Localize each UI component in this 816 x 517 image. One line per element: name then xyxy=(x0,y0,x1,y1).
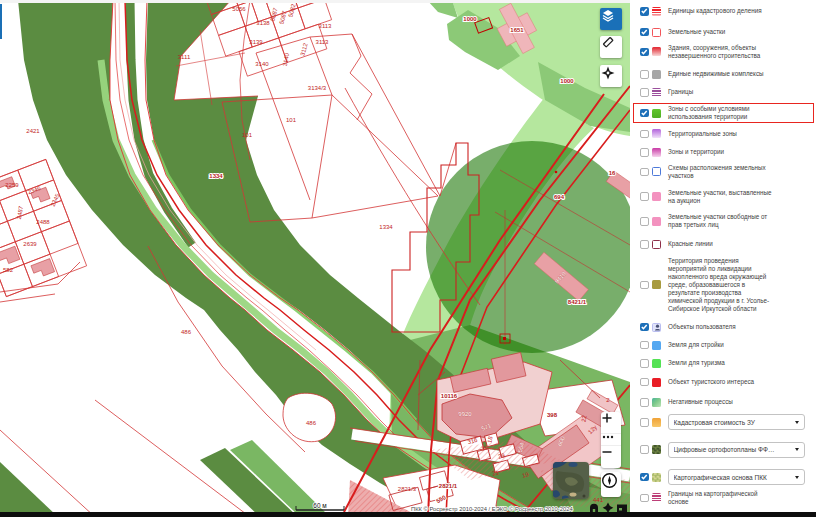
legend-swatch-solid-pink xyxy=(652,217,661,226)
checkbox-unchecked[interactable] xyxy=(640,88,649,97)
layers-icon xyxy=(600,8,616,24)
legend-label: Негативные процессы xyxy=(668,398,814,406)
legend-swatch-grad-orange xyxy=(652,418,661,427)
map-label: 3134/3 xyxy=(308,85,327,91)
checkbox-unchecked[interactable] xyxy=(640,240,649,249)
checkbox-unchecked[interactable] xyxy=(640,192,649,201)
legend-label: Здания, сооружения, объекты незавершенно… xyxy=(668,44,814,60)
checkbox-unchecked[interactable] xyxy=(640,359,649,368)
legend-swatch-border-maroon xyxy=(652,240,661,249)
map-label: 3113 xyxy=(319,23,333,29)
legend-swatch-grad-purple xyxy=(652,129,661,138)
legend-row: Картографическая основа ПКК xyxy=(640,469,805,486)
checkbox-checked[interactable] xyxy=(640,323,649,332)
minus-icon xyxy=(601,446,613,458)
map-label: 1000 xyxy=(560,78,574,84)
legend-swatch-grad-red xyxy=(652,47,661,56)
checkbox-unchecked[interactable] xyxy=(640,445,649,454)
checkbox-unchecked[interactable] xyxy=(640,281,649,290)
checkbox-unchecked[interactable] xyxy=(640,168,649,177)
legend-label: Земельные участки свободные от прав трет… xyxy=(668,213,814,229)
map-label: 2259 xyxy=(5,182,19,188)
checkbox-checked[interactable] xyxy=(640,109,649,118)
legend-panel: Единицы кадастрового деленияЗемельные уч… xyxy=(630,0,816,517)
legend-row: Территориальные зоны xyxy=(640,129,814,139)
locate-button[interactable] xyxy=(600,65,622,87)
checkbox-unchecked[interactable] xyxy=(640,418,649,427)
search-button-edge[interactable] xyxy=(0,4,2,39)
map-label: 398 xyxy=(547,412,558,418)
legend-swatch-solid-gray xyxy=(652,70,661,79)
plus-icon xyxy=(601,412,613,424)
pkk-app: 242131111011013134/3133448648622821/3441… xyxy=(0,0,816,517)
checkbox-checked[interactable] xyxy=(640,28,649,37)
legend-swatch-border-blue xyxy=(652,167,661,176)
satellite-preview-image xyxy=(553,462,589,499)
checkbox-unchecked[interactable] xyxy=(640,217,649,226)
legend-row: Земельные участки свободные от прав трет… xyxy=(640,213,814,229)
legend-label: Земельные участки xyxy=(668,28,814,36)
legend-label: Зоны и территории xyxy=(668,148,814,156)
map-label: 5056 xyxy=(232,6,246,12)
legend-swatch-grad-teal xyxy=(652,398,661,407)
legend-dropdown[interactable]: Картографическая основа ПКК xyxy=(668,469,805,485)
legend-swatch-solid-pink xyxy=(652,192,661,201)
checkbox-unchecked[interactable] xyxy=(640,148,649,157)
zoom-level-dots[interactable] xyxy=(601,433,621,446)
checkbox-unchecked[interactable] xyxy=(640,341,649,350)
legend-row: Негативные процессы xyxy=(640,398,814,408)
legend-label: Объект туристского интереса xyxy=(668,378,814,386)
legend-dropdown[interactable]: Кадастровая стоимость ЗУ xyxy=(668,414,805,430)
legend-dropdown-value: Цифровые ортофотопланы ФФ… xyxy=(674,446,792,453)
map-label: 1651 xyxy=(510,27,524,33)
map-label: 3111 xyxy=(178,54,191,60)
map-canvas[interactable]: 242131111011013134/3133448648622821/3441… xyxy=(0,0,630,517)
map-label: 101 xyxy=(242,132,253,138)
legend-label: Зоны с особыми условиями использования т… xyxy=(668,105,814,121)
legend-label: Объекты пользователя xyxy=(668,323,814,331)
map-label: 101 xyxy=(286,117,297,123)
zoom-out-button[interactable] xyxy=(601,446,621,468)
legend-swatch-stripes-purple xyxy=(652,88,661,97)
chevron-down-icon xyxy=(795,448,799,451)
legend-row: Цифровые ортофотопланы ФФ… xyxy=(640,441,805,458)
checkbox-unchecked[interactable] xyxy=(640,494,649,503)
checkbox-checked[interactable] xyxy=(640,7,649,16)
checkbox-unchecked[interactable] xyxy=(640,398,649,407)
checkbox-unchecked[interactable] xyxy=(640,70,649,79)
map-label: 2488 xyxy=(36,219,50,225)
map-label: 582 xyxy=(3,267,14,273)
zoom-in-button[interactable] xyxy=(601,412,621,433)
map-label: 1334 xyxy=(379,224,393,230)
checkbox-unchecked[interactable] xyxy=(640,130,649,139)
compass-button[interactable] xyxy=(601,472,621,497)
legend-label: Территория проведения мероприятий по лик… xyxy=(668,257,814,314)
legend-row: Зоны и территории xyxy=(640,147,814,157)
legend-label: Земля для стройки xyxy=(668,341,814,349)
map-label: 2421 xyxy=(26,128,40,134)
legend-swatch-grad-magenta xyxy=(652,148,661,157)
basemap-preview[interactable] xyxy=(553,462,589,499)
checkbox-unchecked[interactable] xyxy=(640,378,649,387)
legend-label: Схемы расположения земельных участков xyxy=(668,164,814,180)
legend-label: Границы xyxy=(668,88,814,96)
checkbox-checked[interactable] xyxy=(640,48,649,57)
legend-label: Красные линии xyxy=(668,240,814,248)
legend-dropdown-value: Картографическая основа ПКК xyxy=(674,474,792,481)
map-attribution: ПКК © Росреестр 2010-2024 / ЕЭКО © Росре… xyxy=(411,506,573,512)
measure-button[interactable] xyxy=(600,36,622,58)
legend-swatch-camo-dark xyxy=(652,445,661,454)
layers-button[interactable] xyxy=(600,8,622,30)
chevron-down-icon xyxy=(795,476,799,479)
legend-swatch-stripes-crimson xyxy=(652,493,661,502)
map-label: 2639 xyxy=(23,241,37,247)
legend-row: Объекты пользователя xyxy=(640,322,814,332)
chevron-down-icon xyxy=(795,421,799,424)
checkbox-checked[interactable] xyxy=(640,473,649,482)
zoom-controls xyxy=(601,412,621,468)
map-label: 3138 xyxy=(256,20,270,26)
legend-row: Границы xyxy=(640,87,814,97)
legend-row: Схемы расположения земельных участков xyxy=(640,164,814,180)
legend-dropdown[interactable]: Цифровые ортофотопланы ФФ… xyxy=(668,442,805,458)
map-label: 694 xyxy=(554,194,565,200)
